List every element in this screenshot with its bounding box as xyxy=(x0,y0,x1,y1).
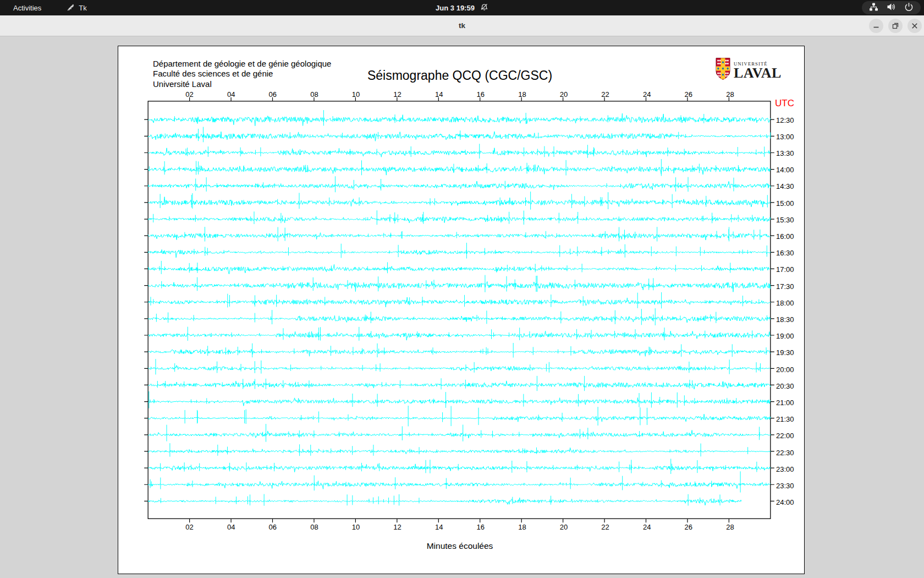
x-tick-label-bottom-08: 08 xyxy=(310,523,318,531)
x-tick-label-bottom-04: 04 xyxy=(227,523,235,531)
restore-button[interactable] xyxy=(888,19,903,33)
x-tick-label-bottom-16: 16 xyxy=(477,523,485,531)
system-status-area[interactable] xyxy=(862,1,921,14)
close-button[interactable] xyxy=(908,19,922,33)
focused-app-name: Tk xyxy=(79,4,86,12)
x-tick-label-bottom-14: 14 xyxy=(435,523,443,531)
x-tick-label-top-02: 02 xyxy=(185,90,193,99)
axis-labels-layer: 0202040406060808101012121414161618182020… xyxy=(118,46,804,574)
x-tick-label-bottom-20: 20 xyxy=(560,523,568,531)
clock-menu[interactable]: Jun 3 19:59 xyxy=(436,0,488,15)
tk-feather-icon xyxy=(67,3,75,13)
volume-icon xyxy=(887,2,896,13)
x-tick-label-top-04: 04 xyxy=(227,90,235,99)
utc-row-label-19:00: 19:00 xyxy=(776,332,794,340)
x-tick-label-bottom-12: 12 xyxy=(393,523,401,531)
window-titlebar[interactable]: tk xyxy=(0,15,924,36)
activities-button[interactable]: Activities xyxy=(10,3,45,13)
x-tick-label-top-14: 14 xyxy=(435,90,443,99)
x-tick-label-bottom-24: 24 xyxy=(643,523,651,531)
utc-row-label-14:00: 14:00 xyxy=(776,166,794,174)
x-tick-label-top-10: 10 xyxy=(352,90,360,99)
utc-row-label-23:00: 23:00 xyxy=(776,465,794,473)
x-tick-label-top-06: 06 xyxy=(269,90,277,99)
x-tick-label-top-28: 28 xyxy=(726,90,734,99)
utc-row-label-21:30: 21:30 xyxy=(776,415,794,423)
x-tick-label-top-20: 20 xyxy=(560,90,568,99)
window-title: tk xyxy=(0,21,924,30)
x-tick-label-bottom-26: 26 xyxy=(685,523,692,531)
notifications-muted-icon xyxy=(480,3,488,13)
tk-window-background: Département de géologie et de génie géol… xyxy=(0,36,924,578)
x-tick-label-top-18: 18 xyxy=(518,90,526,99)
utc-row-label-15:30: 15:30 xyxy=(776,215,794,223)
gnome-top-bar: Activities Tk Jun 3 19:59 xyxy=(0,0,924,15)
minimize-button[interactable] xyxy=(869,19,883,33)
utc-row-label-13:30: 13:30 xyxy=(776,149,794,157)
utc-row-label-13:00: 13:00 xyxy=(776,132,794,140)
utc-row-label-16:00: 16:00 xyxy=(776,232,794,240)
x-tick-label-top-12: 12 xyxy=(393,90,401,99)
seismograph-canvas: Département de géologie et de génie géol… xyxy=(118,46,805,574)
utc-row-label-17:30: 17:30 xyxy=(776,282,794,290)
network-wired-icon xyxy=(869,2,878,13)
utc-row-label-19:30: 19:30 xyxy=(776,348,794,357)
x-tick-label-bottom-10: 10 xyxy=(352,523,360,531)
utc-row-label-14:30: 14:30 xyxy=(776,182,794,190)
utc-row-label-18:30: 18:30 xyxy=(776,315,794,323)
power-icon xyxy=(904,2,914,13)
utc-row-label-20:30: 20:30 xyxy=(776,381,794,390)
utc-row-label-21:00: 21:00 xyxy=(776,398,794,406)
utc-row-label-20:00: 20:00 xyxy=(776,365,794,373)
focused-app-menu[interactable]: Tk xyxy=(67,3,86,13)
x-tick-label-top-16: 16 xyxy=(477,90,485,99)
clock-label: Jun 3 19:59 xyxy=(436,4,475,12)
utc-row-label-17:00: 17:00 xyxy=(776,265,794,274)
x-tick-label-bottom-18: 18 xyxy=(518,523,526,531)
desktop-screen: Activities Tk Jun 3 19:59 xyxy=(0,0,924,578)
utc-row-label-12:30: 12:30 xyxy=(776,116,794,124)
x-tick-label-bottom-22: 22 xyxy=(601,523,609,531)
x-axis-title: Minutes écoulées xyxy=(148,541,772,551)
utc-row-label-22:00: 22:00 xyxy=(776,432,794,440)
utc-row-label-22:30: 22:30 xyxy=(776,448,794,456)
utc-row-label-16:30: 16:30 xyxy=(776,249,794,257)
x-tick-label-top-26: 26 xyxy=(685,90,692,99)
x-tick-label-top-08: 08 xyxy=(310,90,318,99)
utc-row-label-18:00: 18:00 xyxy=(776,298,794,307)
utc-row-label-15:00: 15:00 xyxy=(776,199,794,207)
utc-row-label-23:30: 23:30 xyxy=(776,481,794,489)
x-tick-label-top-22: 22 xyxy=(601,90,609,99)
x-tick-label-top-24: 24 xyxy=(643,90,651,99)
x-tick-label-bottom-06: 06 xyxy=(269,523,277,531)
x-tick-label-bottom-02: 02 xyxy=(185,523,193,531)
x-tick-label-bottom-28: 28 xyxy=(726,523,734,531)
utc-row-label-24:00: 24:00 xyxy=(776,498,794,506)
